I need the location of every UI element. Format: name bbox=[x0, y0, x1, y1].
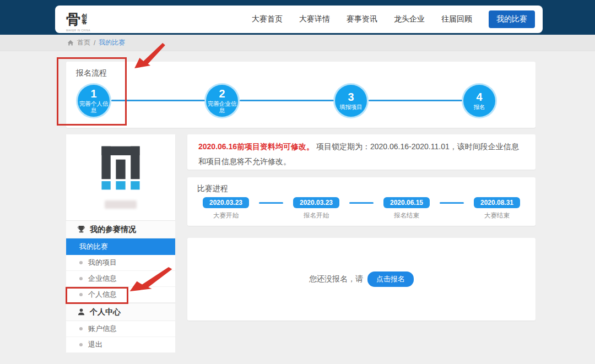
milestone-registration-end: 2020.06.15 报名结束 bbox=[381, 197, 432, 220]
home-icon bbox=[67, 40, 74, 46]
username-redacted bbox=[105, 200, 137, 209]
bullet-icon bbox=[79, 327, 83, 330]
milestone-date-pill: 2020.06.15 bbox=[383, 197, 430, 208]
person-icon bbox=[77, 308, 85, 316]
brand-logo[interactable]: 骨 创 客 MAKER IN CHINA bbox=[66, 12, 87, 26]
milestone-registration-start: 2020.03.23 报名开始 bbox=[291, 197, 342, 220]
step-connector bbox=[240, 100, 334, 101]
sidebar-item-personal-info[interactable]: 个人信息 bbox=[66, 287, 175, 303]
timeline-title: 比赛进程 bbox=[197, 184, 228, 194]
click-to-register-button[interactable]: 点击报名 bbox=[367, 271, 414, 287]
sidebar-item-label: 个人信息 bbox=[88, 290, 117, 300]
sidebar-section-title: 个人中心 bbox=[90, 307, 121, 317]
step-4-register[interactable]: 4 报名 bbox=[463, 85, 495, 117]
sidebar-item-label: 退出 bbox=[88, 340, 102, 350]
notice-card: 2020.06.16前项目资料均可修改。 项目锁定期为：2020.06.16-2… bbox=[187, 134, 536, 170]
nav-item-details[interactable]: 大赛详情 bbox=[299, 14, 330, 24]
profile-card bbox=[66, 134, 175, 220]
step-number: 1 bbox=[90, 88, 96, 99]
sidebar-item-label: 账户信息 bbox=[88, 324, 117, 334]
page: 骨 创 客 MAKER IN CHINA 大赛首页 大赛详情 赛事资讯 龙头企业… bbox=[0, 0, 595, 364]
bullet-icon bbox=[79, 261, 83, 264]
notice-highlight: 2020.06.16前项目资料均可修改。 bbox=[198, 142, 314, 151]
milestone-label: 报名结束 bbox=[394, 211, 419, 220]
milestone-date-pill: 2020.03.23 bbox=[203, 197, 249, 208]
step-3-project[interactable]: 3 填报项目 bbox=[335, 85, 367, 117]
step-connector bbox=[111, 100, 205, 101]
logo-char-2: 客 bbox=[82, 19, 87, 25]
sidebar-section-personal-center: 个人中心 bbox=[66, 303, 175, 321]
breadcrumb-home[interactable]: 首页 bbox=[77, 38, 90, 47]
step-number: 4 bbox=[476, 91, 482, 102]
registration-process-card: 报名流程 1 完善个人信息 2 完善企业信息 3 填报项目 4 报名 bbox=[66, 62, 536, 128]
trophy-icon bbox=[77, 225, 85, 233]
step-1-personal-info[interactable]: 1 完善个人信息 bbox=[78, 85, 110, 117]
competition-timeline-card: 比赛进程 2020.03.23 大赛开始 2020.03.23 报名开始 202… bbox=[187, 177, 536, 226]
breadcrumb-separator: / bbox=[94, 39, 95, 47]
sidebar-item-company-info[interactable]: 企业信息 bbox=[66, 271, 175, 287]
milestone-label: 大赛结束 bbox=[484, 211, 510, 220]
sidebar-item-label: 企业信息 bbox=[88, 274, 117, 284]
step-2-company-info[interactable]: 2 完善企业信息 bbox=[206, 85, 238, 117]
logo-tagline: MAKER IN CHINA bbox=[66, 30, 90, 32]
empty-state-text: 您还没报名，请 bbox=[309, 274, 363, 284]
step-label: 报名 bbox=[464, 104, 494, 110]
registration-empty-state-card: 您还没报名，请 点击报名 bbox=[187, 238, 536, 320]
step-label: 完善企业信息 bbox=[207, 100, 237, 113]
sidebar-item-my-competition[interactable]: 我的比赛 bbox=[66, 238, 175, 255]
milestone-label: 大赛开始 bbox=[213, 211, 239, 220]
sidebar-section-participation: 我的参赛情况 bbox=[66, 220, 175, 238]
my-competition-button[interactable]: 我的比赛 bbox=[489, 10, 535, 28]
sidebar-item-logout[interactable]: 退出 bbox=[66, 337, 175, 353]
step-number: 3 bbox=[348, 91, 354, 102]
milestone-competition-start: 2020.03.23 大赛开始 bbox=[201, 197, 251, 220]
bullet-icon bbox=[79, 277, 83, 280]
milestone-date-pill: 2020.03.23 bbox=[293, 197, 339, 208]
logo-text: 创 客 bbox=[82, 14, 87, 25]
bullet-icon bbox=[79, 343, 83, 346]
milestone-competition-end: 2020.08.31 大赛结束 bbox=[472, 197, 522, 220]
step-label: 填报项目 bbox=[336, 104, 366, 110]
timeline-connector bbox=[259, 202, 283, 204]
logo-glyph: 骨 bbox=[66, 12, 80, 26]
step-number: 2 bbox=[219, 88, 225, 99]
timeline-connector bbox=[440, 202, 464, 204]
timeline-row: 2020.03.23 大赛开始 2020.03.23 报名开始 2020.06.… bbox=[187, 197, 536, 220]
step-label: 完善个人信息 bbox=[79, 100, 109, 113]
maker-logo-image bbox=[94, 142, 147, 195]
milestone-date-pill: 2020.08.31 bbox=[474, 197, 520, 208]
sidebar-item-label: 我的项目 bbox=[88, 258, 117, 268]
bullet-icon bbox=[79, 293, 83, 296]
milestone-label: 报名开始 bbox=[304, 211, 329, 220]
nav-item-enterprises[interactable]: 龙头企业 bbox=[394, 14, 425, 24]
sidebar-item-label: 我的比赛 bbox=[79, 242, 108, 252]
sidebar-section-title: 我的参赛情况 bbox=[90, 225, 136, 235]
sidebar-menu: 我的参赛情况 我的比赛 我的项目 企业信息 个人信息 个人中心 账户信息 退出 bbox=[66, 220, 175, 353]
nav-item-news[interactable]: 赛事资讯 bbox=[347, 14, 377, 24]
breadcrumb: 首页 / 我的比赛 bbox=[0, 35, 595, 51]
nav-item-home[interactable]: 大赛首页 bbox=[252, 14, 283, 24]
nav-menu: 大赛首页 大赛详情 赛事资讯 龙头企业 往届回顾 我的比赛 bbox=[252, 10, 535, 28]
sidebar-item-my-project[interactable]: 我的项目 bbox=[66, 255, 175, 271]
notice-text: 2020.06.16前项目资料均可修改。 项目锁定期为：2020.06.16-2… bbox=[198, 139, 524, 169]
timeline-connector bbox=[349, 202, 374, 204]
nav-item-past[interactable]: 往届回顾 bbox=[441, 14, 472, 24]
sidebar-item-account-info[interactable]: 账户信息 bbox=[66, 321, 175, 337]
breadcrumb-current: 我的比赛 bbox=[99, 38, 125, 47]
step-connector bbox=[369, 100, 462, 101]
main-navbar: 骨 创 客 MAKER IN CHINA 大赛首页 大赛详情 赛事资讯 龙头企业… bbox=[55, 6, 543, 33]
process-title: 报名流程 bbox=[76, 68, 107, 78]
